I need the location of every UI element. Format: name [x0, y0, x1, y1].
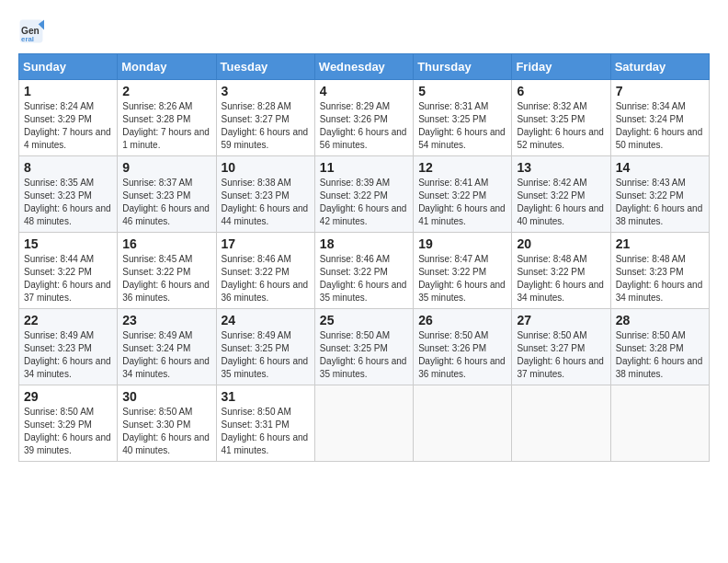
- day-detail: Sunrise: 8:43 AMSunset: 3:22 PMDaylight:…: [616, 177, 704, 228]
- day-number: 27: [517, 313, 605, 327]
- day-number: 22: [24, 313, 112, 327]
- day-number: 21: [616, 236, 704, 251]
- calendar-cell: 1Sunrise: 8:24 AMSunset: 3:29 PMDaylight…: [19, 80, 118, 156]
- header-monday: Monday: [118, 54, 216, 80]
- day-detail: Sunrise: 8:29 AMSunset: 3:26 PMDaylight:…: [320, 100, 408, 152]
- calendar-table: SundayMondayTuesdayWednesdayThursdayFrid…: [18, 53, 710, 462]
- day-number: 24: [222, 313, 310, 327]
- calendar-cell: 3Sunrise: 8:28 AMSunset: 3:27 PMDaylight…: [216, 80, 314, 156]
- day-number: 2: [122, 84, 210, 98]
- calendar-cell: 11Sunrise: 8:39 AMSunset: 3:22 PMDayligh…: [314, 156, 413, 233]
- day-number: 31: [222, 389, 310, 404]
- day-detail: Sunrise: 8:44 AMSunset: 3:22 PMDaylight:…: [24, 253, 112, 304]
- week-row-4: 22Sunrise: 8:49 AMSunset: 3:23 PMDayligh…: [19, 309, 710, 385]
- header-sunday: Sunday: [19, 54, 118, 80]
- calendar-cell: 7Sunrise: 8:34 AMSunset: 3:24 PMDaylight…: [610, 80, 709, 156]
- week-row-1: 1Sunrise: 8:24 AMSunset: 3:29 PMDaylight…: [19, 80, 710, 156]
- calendar-cell: 25Sunrise: 8:50 AMSunset: 3:25 PMDayligh…: [314, 309, 413, 385]
- day-detail: Sunrise: 8:28 AMSunset: 3:27 PMDaylight:…: [222, 100, 310, 152]
- calendar-cell: 29Sunrise: 8:50 AMSunset: 3:29 PMDayligh…: [19, 385, 118, 462]
- day-detail: Sunrise: 8:38 AMSunset: 3:23 PMDaylight:…: [222, 177, 310, 228]
- calendar-cell: 17Sunrise: 8:46 AMSunset: 3:22 PMDayligh…: [216, 233, 314, 309]
- calendar-cell: 6Sunrise: 8:32 AMSunset: 3:25 PMDaylight…: [512, 80, 610, 156]
- calendar-cell: 4Sunrise: 8:29 AMSunset: 3:26 PMDaylight…: [314, 80, 413, 156]
- calendar-cell: 23Sunrise: 8:49 AMSunset: 3:24 PMDayligh…: [118, 309, 216, 385]
- day-number: 19: [418, 236, 506, 251]
- day-detail: Sunrise: 8:50 AMSunset: 3:27 PMDaylight:…: [517, 329, 605, 381]
- day-detail: Sunrise: 8:41 AMSunset: 3:22 PMDaylight:…: [418, 177, 506, 228]
- day-detail: Sunrise: 8:50 AMSunset: 3:29 PMDaylight:…: [24, 406, 112, 457]
- calendar-cell: 21Sunrise: 8:48 AMSunset: 3:23 PMDayligh…: [610, 233, 709, 309]
- calendar-cell: 2Sunrise: 8:26 AMSunset: 3:28 PMDaylight…: [118, 80, 216, 156]
- day-number: 15: [24, 236, 112, 251]
- day-number: 17: [222, 236, 310, 251]
- day-detail: Sunrise: 8:49 AMSunset: 3:23 PMDaylight:…: [24, 329, 112, 381]
- calendar-cell: [610, 385, 709, 462]
- day-detail: Sunrise: 8:49 AMSunset: 3:25 PMDaylight:…: [222, 329, 310, 381]
- day-number: 11: [320, 160, 408, 175]
- calendar-cell: 13Sunrise: 8:42 AMSunset: 3:22 PMDayligh…: [512, 156, 610, 233]
- calendar-cell: 31Sunrise: 8:50 AMSunset: 3:31 PMDayligh…: [216, 385, 314, 462]
- day-detail: Sunrise: 8:50 AMSunset: 3:30 PMDaylight:…: [122, 406, 210, 457]
- day-number: 8: [24, 160, 112, 175]
- day-number: 30: [122, 389, 210, 404]
- calendar-cell: 24Sunrise: 8:49 AMSunset: 3:25 PMDayligh…: [216, 309, 314, 385]
- week-row-2: 8Sunrise: 8:35 AMSunset: 3:23 PMDaylight…: [19, 156, 710, 233]
- day-number: 13: [517, 160, 605, 175]
- page-header: Gen eral: [18, 18, 710, 44]
- day-detail: Sunrise: 8:35 AMSunset: 3:23 PMDaylight:…: [24, 177, 112, 228]
- header-thursday: Thursday: [414, 54, 512, 80]
- day-number: 4: [320, 84, 408, 98]
- calendar-cell: 5Sunrise: 8:31 AMSunset: 3:25 PMDaylight…: [414, 80, 512, 156]
- calendar-header-row: SundayMondayTuesdayWednesdayThursdayFrid…: [19, 54, 710, 80]
- calendar-cell: 8Sunrise: 8:35 AMSunset: 3:23 PMDaylight…: [19, 156, 118, 233]
- calendar-cell: 19Sunrise: 8:47 AMSunset: 3:22 PMDayligh…: [414, 233, 512, 309]
- day-detail: Sunrise: 8:32 AMSunset: 3:25 PMDaylight:…: [517, 100, 605, 152]
- week-row-5: 29Sunrise: 8:50 AMSunset: 3:29 PMDayligh…: [19, 385, 710, 462]
- day-number: 5: [418, 84, 506, 98]
- day-detail: Sunrise: 8:45 AMSunset: 3:22 PMDaylight:…: [122, 253, 210, 304]
- calendar-cell: 27Sunrise: 8:50 AMSunset: 3:27 PMDayligh…: [512, 309, 610, 385]
- day-number: 7: [616, 84, 704, 98]
- calendar-cell: 15Sunrise: 8:44 AMSunset: 3:22 PMDayligh…: [19, 233, 118, 309]
- day-detail: Sunrise: 8:39 AMSunset: 3:22 PMDaylight:…: [320, 177, 408, 228]
- calendar-cell: 28Sunrise: 8:50 AMSunset: 3:28 PMDayligh…: [610, 309, 709, 385]
- calendar-cell: 9Sunrise: 8:37 AMSunset: 3:23 PMDaylight…: [118, 156, 216, 233]
- calendar-cell: 22Sunrise: 8:49 AMSunset: 3:23 PMDayligh…: [19, 309, 118, 385]
- calendar-cell: 18Sunrise: 8:46 AMSunset: 3:22 PMDayligh…: [314, 233, 413, 309]
- logo-icon: Gen eral: [18, 18, 44, 44]
- day-detail: Sunrise: 8:46 AMSunset: 3:22 PMDaylight:…: [320, 253, 408, 304]
- day-detail: Sunrise: 8:46 AMSunset: 3:22 PMDaylight:…: [222, 253, 310, 304]
- day-number: 16: [122, 236, 210, 251]
- day-detail: Sunrise: 8:31 AMSunset: 3:25 PMDaylight:…: [418, 100, 506, 152]
- week-row-3: 15Sunrise: 8:44 AMSunset: 3:22 PMDayligh…: [19, 233, 710, 309]
- day-number: 26: [418, 313, 506, 327]
- calendar-cell: 30Sunrise: 8:50 AMSunset: 3:30 PMDayligh…: [118, 385, 216, 462]
- day-number: 20: [517, 236, 605, 251]
- calendar-cell: 10Sunrise: 8:38 AMSunset: 3:23 PMDayligh…: [216, 156, 314, 233]
- day-number: 14: [616, 160, 704, 175]
- day-detail: Sunrise: 8:42 AMSunset: 3:22 PMDaylight:…: [517, 177, 605, 228]
- header-tuesday: Tuesday: [216, 54, 314, 80]
- day-detail: Sunrise: 8:34 AMSunset: 3:24 PMDaylight:…: [616, 100, 704, 152]
- day-number: 1: [24, 84, 112, 98]
- day-detail: Sunrise: 8:50 AMSunset: 3:31 PMDaylight:…: [222, 406, 310, 457]
- day-number: 9: [122, 160, 210, 175]
- calendar-cell: 12Sunrise: 8:41 AMSunset: 3:22 PMDayligh…: [414, 156, 512, 233]
- calendar-cell: [512, 385, 610, 462]
- header-friday: Friday: [512, 54, 610, 80]
- day-number: 3: [222, 84, 310, 98]
- day-detail: Sunrise: 8:50 AMSunset: 3:28 PMDaylight:…: [616, 329, 704, 381]
- day-number: 12: [418, 160, 506, 175]
- svg-text:eral: eral: [21, 35, 34, 43]
- day-detail: Sunrise: 8:48 AMSunset: 3:23 PMDaylight:…: [616, 253, 704, 304]
- day-detail: Sunrise: 8:48 AMSunset: 3:22 PMDaylight:…: [517, 253, 605, 304]
- calendar-cell: 26Sunrise: 8:50 AMSunset: 3:26 PMDayligh…: [414, 309, 512, 385]
- day-detail: Sunrise: 8:37 AMSunset: 3:23 PMDaylight:…: [122, 177, 210, 228]
- day-detail: Sunrise: 8:47 AMSunset: 3:22 PMDaylight:…: [418, 253, 506, 304]
- calendar-cell: 14Sunrise: 8:43 AMSunset: 3:22 PMDayligh…: [610, 156, 709, 233]
- day-detail: Sunrise: 8:24 AMSunset: 3:29 PMDaylight:…: [24, 100, 112, 152]
- day-detail: Sunrise: 8:50 AMSunset: 3:26 PMDaylight:…: [418, 329, 506, 381]
- calendar-cell: [314, 385, 413, 462]
- logo: Gen eral: [18, 18, 48, 44]
